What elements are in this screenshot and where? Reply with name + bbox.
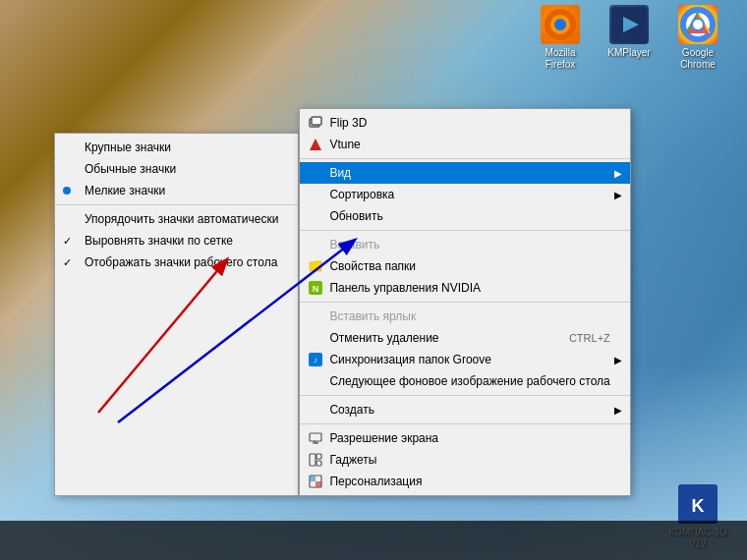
menu-item-flip3d[interactable]: Flip 3D <box>300 112 629 134</box>
menu-item-refresh[interactable]: Обновить <box>300 205 629 227</box>
align-grid-label: Выровнять значки по сетке <box>85 234 233 248</box>
gadgets-label: Гаджеты <box>329 453 376 467</box>
svg-text:K: K <box>692 496 705 516</box>
vtune-label: Vtune <box>329 138 360 151</box>
svg-rect-18 <box>310 433 321 441</box>
flip3d-label: Flip 3D <box>329 116 367 130</box>
kmplayer-icon <box>609 5 649 44</box>
menu-item-create[interactable]: Создать ▶ <box>300 399 629 420</box>
undo-delete-label: Отменить удаление <box>329 331 438 345</box>
menu-item-view[interactable]: Вид ▶ <box>300 162 629 184</box>
svg-rect-25 <box>310 476 316 481</box>
menu-item-large-icons[interactable]: Крупные значки <box>55 137 298 158</box>
vtune-icon <box>308 137 323 152</box>
menu-item-normal-icons[interactable]: Обычные значки <box>55 158 298 180</box>
menu-item-show-icons[interactable]: ✓ Отображать значки рабочего стола <box>55 252 298 273</box>
svg-rect-23 <box>316 461 321 466</box>
menu-item-paste[interactable]: Вставить <box>300 234 629 255</box>
folder-props-icon <box>308 258 323 274</box>
nvidia-label: Панель управления NVIDIA <box>329 281 481 295</box>
menu-item-groove-sync[interactable]: ♪ Синхронизация папок Groove ▶ <box>300 349 629 370</box>
gadgets-icon <box>308 452 323 468</box>
desktop-icon-chrome[interactable]: GoogleChrome <box>668 5 727 71</box>
flip3d-icon <box>308 115 323 131</box>
svg-text:♪: ♪ <box>314 356 317 364</box>
separator-3 <box>300 302 629 303</box>
menu-item-align-grid[interactable]: ✓ Выровнять значки по сетке <box>55 230 298 252</box>
personalization-icon <box>308 474 323 489</box>
folder-props-label: Свойства папки <box>329 259 416 273</box>
svg-point-8 <box>693 20 703 29</box>
menu-item-small-icons[interactable]: Мелкие значки <box>55 180 298 201</box>
firefox-label: MozillaFirefox <box>545 47 575 71</box>
menu-item-next-wallpaper[interactable]: Следующее фоновое изображение рабочего с… <box>300 370 629 392</box>
menu-item-screen-resolution[interactable]: Разрешение экрана <box>300 427 629 449</box>
svg-rect-26 <box>316 481 321 487</box>
sort-submenu-arrow: ▶ <box>614 190 622 200</box>
menu-item-personalization[interactable]: Персонализация <box>300 471 629 492</box>
desktop-icon-firefox[interactable]: MozillaFirefox <box>531 5 590 71</box>
align-grid-check: ✓ <box>63 235 72 248</box>
create-label: Создать <box>329 403 374 417</box>
firefox-icon <box>541 5 580 44</box>
svg-rect-22 <box>316 454 321 459</box>
svg-marker-13 <box>310 139 321 150</box>
chrome-icon-img <box>678 5 718 44</box>
separator-4 <box>300 395 629 396</box>
chrome-label: GoogleChrome <box>680 47 716 71</box>
menu-item-paste-shortcut[interactable]: Вставить ярлык <box>300 306 629 327</box>
refresh-label: Обновить <box>329 209 382 223</box>
svg-rect-21 <box>310 454 316 466</box>
nvidia-icon: N <box>308 280 323 296</box>
svg-text:N: N <box>313 284 319 294</box>
show-icons-check: ✓ <box>63 256 72 269</box>
personalization-label: Персонализация <box>329 475 422 488</box>
auto-arrange-label: Упорядочить значки автоматически <box>85 212 278 226</box>
paste-label: Вставить <box>329 238 379 252</box>
svg-rect-12 <box>312 117 321 125</box>
separator-1 <box>55 204 298 205</box>
kompas-icon-img: K <box>678 484 718 524</box>
menu-item-vtune[interactable]: Vtune <box>300 134 629 155</box>
undo-delete-shortcut: CTRL+Z <box>540 332 610 344</box>
menu-item-folder-props[interactable]: Свойства папки <box>300 255 629 277</box>
menu-item-nvidia[interactable]: N Панель управления NVIDIA <box>300 277 629 299</box>
menu-item-auto-arrange[interactable]: Упорядочить значки автоматически <box>55 208 298 230</box>
show-icons-label: Отображать значки рабочего стола <box>85 255 277 269</box>
desktop-icon-kmplayer[interactable]: KMPlayer <box>600 5 659 71</box>
view-submenu-arrow: ▶ <box>614 168 622 179</box>
normal-icons-label: Обычные значки <box>85 162 176 176</box>
taskbar[interactable] <box>0 521 747 560</box>
large-icons-label: Крупные значки <box>85 140 171 154</box>
context-menu-main: Flip 3D Vtune Вид ▶ Сортировка ▶ Обновит… <box>299 108 630 496</box>
menu-item-undo-delete[interactable]: Отменить удаление CTRL+Z <box>300 327 629 349</box>
context-menu-view: Крупные значки Обычные значки Мелкие зна… <box>54 133 299 496</box>
groove-sync-arrow: ▶ <box>614 355 622 365</box>
groove-sync-label: Синхронизация папок Groove <box>329 353 491 366</box>
view-label: Вид <box>329 166 351 180</box>
desktop-icons-area: MozillaFirefox KMPlayer GoogleChrome <box>531 5 727 71</box>
create-submenu-arrow: ▶ <box>614 405 622 416</box>
menu-item-sort[interactable]: Сортировка ▶ <box>300 184 629 205</box>
svg-point-2 <box>554 19 566 30</box>
paste-shortcut-label: Вставить ярлык <box>329 309 416 323</box>
kmplayer-label: KMPlayer <box>607 47 650 59</box>
context-menus: Крупные значки Обычные значки Мелкие зна… <box>54 108 631 496</box>
screen-resolution-icon <box>308 430 323 446</box>
separator-2 <box>300 230 629 231</box>
groove-sync-icon: ♪ <box>308 352 323 367</box>
small-icons-radio <box>63 187 71 195</box>
screen-resolution-label: Разрешение экрана <box>329 431 438 445</box>
sort-label: Сортировка <box>329 188 394 201</box>
small-icons-label: Мелкие значки <box>85 184 165 197</box>
separator-top <box>300 158 629 159</box>
menu-item-gadgets[interactable]: Гаджеты <box>300 449 629 471</box>
next-wallpaper-label: Следующее фоновое изображение рабочего с… <box>329 374 609 388</box>
separator-5 <box>300 423 629 424</box>
